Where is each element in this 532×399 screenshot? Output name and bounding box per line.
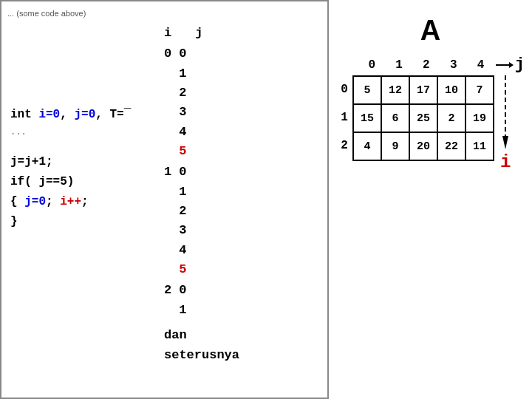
ij-section: i j 0 0 1 2 3 4 5 1 0 1 2 — [164, 24, 239, 365]
cell-1-3: 2 — [438, 105, 466, 133]
row-header-0: 0 — [336, 75, 352, 103]
code-j-incr: j=j+1; — [10, 155, 53, 168]
matrix-panel: A 0 1 2 3 4 j 0 1 2 5 12 17 — [329, 0, 532, 399]
code-brace-open: { — [10, 195, 24, 208]
j-val-0-2: 2 — [179, 83, 186, 103]
code-semi: ; — [46, 195, 60, 208]
code-j-reset: j=0 — [24, 195, 46, 208]
seterusnya-text: seterusnya — [164, 346, 239, 365]
matrix-row-1: 15 6 25 2 19 — [354, 105, 494, 133]
i-val-2: 2 — [164, 281, 171, 300]
j-val-1-5: 5 — [179, 260, 186, 279]
j-val-0-1: 1 — [179, 64, 186, 83]
code-semi2: ; — [81, 195, 89, 208]
cell-0-2: 17 — [410, 77, 438, 105]
col-header-4: 4 — [467, 58, 494, 72]
comma1: , — [60, 108, 74, 121]
cell-0-1: 12 — [382, 77, 410, 105]
cell-1-0: 15 — [354, 105, 382, 133]
code-i-incr: i++ — [60, 195, 81, 208]
var-j: j=0 — [74, 108, 95, 121]
row-header-1: 1 — [336, 103, 352, 132]
col-header-2: 2 — [413, 58, 440, 72]
i-val-1: 1 — [164, 163, 171, 182]
code-line3: if( j==5) — [10, 172, 131, 192]
matrix-title: A — [336, 15, 525, 47]
cell-2-2: 20 — [410, 133, 438, 161]
j-val-0-4: 4 — [179, 123, 186, 142]
code-line2: j=j+1; — [10, 152, 131, 172]
j-header: j — [195, 24, 202, 43]
row-header-2: 2 — [336, 132, 352, 160]
cell-1-2: 25 — [410, 105, 438, 133]
code-line1: int i=0, j=0, T=¯ — [10, 105, 131, 125]
svg-marker-3 — [502, 136, 508, 149]
t-rest: , T=¯ — [95, 108, 131, 121]
code-panel: ... (some code above) i j 0 0 1 2 3 4 5 … — [0, 0, 329, 399]
cell-0-3: 10 — [438, 77, 466, 105]
j-val-0-5: 5 — [179, 142, 186, 161]
i-val-0: 0 — [164, 44, 171, 64]
matrix-row-2: 4 9 20 22 11 — [354, 133, 494, 161]
code-brace-close: } — [10, 215, 18, 228]
cell-1-1: 6 — [382, 105, 410, 133]
j-val-1-0: 0 — [179, 163, 186, 182]
keyword-int: int — [10, 108, 38, 121]
cell-2-3: 22 — [438, 133, 466, 161]
code-line5: } — [10, 212, 131, 232]
j-axis-label: j — [515, 55, 525, 74]
code-line4: { j=0; i++; — [10, 192, 131, 212]
svg-marker-1 — [509, 62, 514, 68]
j-val-1-4: 4 — [179, 241, 186, 260]
j-val-1-3: 3 — [179, 221, 186, 240]
col-header-0: 0 — [358, 58, 386, 72]
col-header-3: 3 — [440, 58, 467, 72]
code-if: if( j==5) — [10, 175, 74, 188]
dan-seterusnya: dan seterusnya — [164, 326, 239, 365]
matrix-grid: 5 12 17 10 7 15 6 25 2 19 4 9 20 22 11 — [352, 75, 494, 161]
j-val-0-0: 0 — [179, 44, 186, 64]
row-headers: 0 1 2 — [336, 75, 352, 160]
cell-0-4: 7 — [466, 77, 494, 105]
code-line-placeholder: ... — [10, 125, 131, 140]
j-val-2-1: 1 — [179, 301, 186, 320]
j-val-1-1: 1 — [179, 183, 186, 202]
panel-title: ... (some code above) — [7, 9, 321, 18]
dan-text: dan — [164, 326, 239, 345]
cell-1-4: 19 — [466, 105, 494, 133]
var-i: i=0 — [38, 108, 60, 121]
col-header-1: 1 — [386, 58, 413, 72]
i-arrow-icon — [500, 75, 511, 149]
j-arrow-icon — [496, 60, 514, 70]
cell-2-0: 4 — [354, 133, 382, 161]
cell-2-1: 9 — [382, 133, 410, 161]
j-val-0-3: 3 — [179, 103, 186, 122]
cell-0-0: 5 — [354, 77, 382, 105]
i-axis-label: i — [500, 152, 511, 172]
j-val-2-0: 0 — [179, 281, 186, 300]
i-header: i — [164, 24, 171, 43]
cell-2-4: 11 — [466, 133, 494, 161]
j-val-1-2: 2 — [179, 202, 186, 221]
code-area: int i=0, j=0, T=¯ ... j=j+1; if( j==5) {… — [10, 105, 131, 232]
matrix-row-0: 5 12 17 10 7 — [354, 77, 494, 105]
